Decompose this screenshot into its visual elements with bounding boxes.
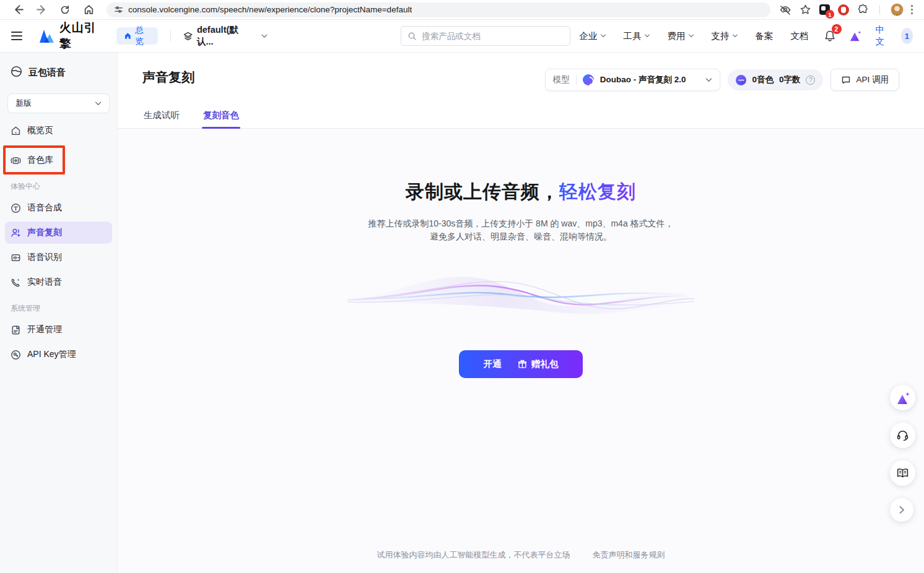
extension-badge: 1 bbox=[826, 10, 834, 19]
sidebar-item-label: 语音识别 bbox=[27, 252, 62, 263]
nav-menu-support[interactable]: 支持 bbox=[703, 30, 747, 42]
api-key-icon bbox=[11, 350, 21, 360]
sidebar-item-overview[interactable]: 概览页 bbox=[5, 119, 112, 142]
overview-button[interactable]: 总览 bbox=[116, 27, 158, 45]
activate-gift-button[interactable]: 开通 赠礼包 bbox=[459, 350, 583, 378]
sidebar-item-label: API Key管理 bbox=[27, 349, 76, 360]
api-call-button[interactable]: API 调用 bbox=[830, 69, 899, 91]
sidebar-section-experience: 体验中心 bbox=[0, 174, 117, 194]
sidebar-item-api-key[interactable]: API Key管理 bbox=[5, 343, 112, 366]
quota-pill[interactable]: 0音色 0字数 ? bbox=[728, 69, 823, 90]
sidebar-item-tts[interactable]: 语音合成 bbox=[5, 197, 112, 219]
nav-menu-tools[interactable]: 工具 bbox=[615, 30, 659, 42]
project-selector[interactable]: default(默认... bbox=[183, 24, 268, 48]
privacy-eye-icon[interactable] bbox=[779, 4, 791, 16]
ai-mountain-icon bbox=[896, 391, 910, 405]
notifications-button[interactable]: 2 bbox=[817, 30, 842, 42]
browser-extensions: 1 bbox=[779, 3, 904, 16]
browser-menu-icon[interactable] bbox=[906, 2, 918, 17]
version-dropdown[interactable]: 新版 bbox=[7, 93, 110, 113]
tab-clone-voice[interactable]: 复刻音色 bbox=[202, 103, 240, 128]
hero-title-main: 录制或上传音频， bbox=[406, 181, 559, 202]
quota-voices: 0音色 bbox=[752, 74, 774, 85]
headset-icon bbox=[896, 429, 909, 442]
sidebar-item-label: 概览页 bbox=[27, 125, 53, 136]
api-call-label: API 调用 bbox=[856, 74, 889, 85]
browser-toolbar: console.volcengine.com/speech/new/experi… bbox=[0, 0, 924, 20]
hero-subtitle: 推荐上传或录制10-30s音频，上传支持小于 8M 的 wav、mp3、m4a … bbox=[368, 217, 673, 243]
model-label: 模型 bbox=[553, 74, 570, 85]
speech-recognition-icon bbox=[11, 252, 21, 263]
address-bar[interactable]: console.volcengine.com/speech/new/experi… bbox=[107, 2, 770, 17]
hero-title-accent: 轻松复刻 bbox=[559, 181, 636, 202]
doubao-voice-icon bbox=[10, 65, 23, 80]
back-icon[interactable] bbox=[6, 2, 30, 18]
model-selector[interactable]: 模型 Doubao - 声音复刻 2.0 bbox=[545, 69, 721, 91]
footer: 试用体验内容均由人工智能模型生成，不代表平台立场 免责声明和服务规则 bbox=[377, 549, 665, 573]
extensions-puzzle-icon[interactable] bbox=[857, 4, 869, 15]
sidebar-item-voice-clone[interactable]: 声音复刻 bbox=[5, 222, 112, 244]
activation-doc-icon bbox=[11, 325, 21, 335]
ai-assistant-button[interactable] bbox=[890, 385, 915, 410]
volcengine-logo[interactable]: 火山引擎 bbox=[38, 20, 103, 52]
project-name: default(默认... bbox=[197, 24, 249, 48]
product-header: 豆包语音 bbox=[0, 62, 117, 80]
footer-links[interactable]: 免责声明和服务规则 bbox=[593, 549, 665, 561]
clone-content: 录制或上传音频，轻松复刻 推荐上传或录制10-30s音频，上传支持小于 8M 的… bbox=[118, 129, 924, 573]
sidebar-item-label: 声音复刻 bbox=[27, 227, 62, 238]
search-icon bbox=[408, 32, 417, 41]
profile-avatar[interactable] bbox=[891, 3, 904, 16]
menu-label: 文档 bbox=[791, 30, 809, 42]
hero-subtitle-line2: 避免多人对话、明显杂音、噪音、混响等情况。 bbox=[368, 230, 673, 243]
collapse-button[interactable] bbox=[890, 498, 913, 522]
nav-menu-docs[interactable]: 文档 bbox=[782, 30, 817, 42]
hero-subtitle-line1: 推荐上传或录制10-30s音频，上传支持小于 8M 的 wav、mp3、m4a … bbox=[368, 217, 673, 230]
voice-library-icon bbox=[11, 155, 21, 166]
nav-right-cluster: 企业 工具 费用 支持 备案 文档 2 bbox=[571, 24, 913, 48]
tab-bar: 生成试听 复刻音色 bbox=[118, 103, 924, 129]
help-icon[interactable]: ? bbox=[806, 75, 815, 85]
refresh-icon[interactable] bbox=[53, 2, 77, 18]
pill-divider bbox=[576, 75, 577, 85]
language-switcher[interactable]: 中文 bbox=[868, 24, 896, 48]
search-input[interactable] bbox=[422, 32, 564, 41]
site-settings-icon[interactable] bbox=[114, 5, 123, 14]
voice-clone-icon bbox=[11, 228, 21, 238]
extension-notes-icon[interactable]: 1 bbox=[819, 4, 830, 15]
console-topnav: 火山引擎 总览 default(默认... 企业 工具 费用 bbox=[0, 20, 924, 53]
url-text[interactable]: console.volcengine.com/speech/new/experi… bbox=[128, 5, 412, 14]
sidebar-item-realtime-voice[interactable]: 实时语音 bbox=[5, 271, 112, 293]
version-label: 新版 bbox=[15, 98, 32, 109]
sidebar-section-system: 系统管理 bbox=[0, 296, 117, 316]
docs-button[interactable] bbox=[890, 460, 915, 486]
overview-label: 总览 bbox=[136, 25, 150, 47]
footer-disclaimer: 试用体验内容均由人工智能模型生成，不代表平台立场 bbox=[377, 549, 570, 561]
floating-actions bbox=[890, 385, 915, 522]
adblock-extension-icon[interactable] bbox=[838, 4, 849, 15]
global-search[interactable] bbox=[401, 26, 570, 46]
tab-generate-preview[interactable]: 生成试听 bbox=[142, 103, 181, 128]
waveform-graphic bbox=[347, 268, 694, 327]
sidebar-item-voice-library[interactable]: 音色库 bbox=[5, 149, 112, 171]
sidebar-item-activation[interactable]: 开通管理 bbox=[5, 319, 112, 341]
home-icon[interactable] bbox=[77, 2, 100, 18]
sidebar-item-asr[interactable]: 语音识别 bbox=[5, 246, 112, 269]
bookmark-star-icon[interactable] bbox=[800, 4, 811, 15]
volcengine-logo-icon bbox=[38, 29, 55, 43]
nav-menu-billing[interactable]: 费用 bbox=[659, 30, 703, 42]
nav-menu-enterprise[interactable]: 企业 bbox=[571, 30, 615, 42]
account-avatar[interactable]: 1 bbox=[901, 28, 913, 44]
brand-name: 火山引擎 bbox=[59, 20, 103, 52]
chevron-right-icon bbox=[898, 506, 905, 514]
page-header: 声音复刻 模型 Doubao - 声音复刻 2.0 0音色 bbox=[118, 53, 924, 91]
nav-menu-icp[interactable]: 备案 bbox=[747, 30, 782, 42]
product-title: 豆包语音 bbox=[28, 67, 66, 79]
menu-label: 工具 bbox=[624, 30, 642, 42]
nav-hamburger-icon[interactable] bbox=[11, 32, 26, 40]
quota-wave-icon bbox=[736, 75, 746, 85]
page-title: 声音复刻 bbox=[142, 69, 194, 86]
support-button[interactable] bbox=[890, 423, 915, 448]
membership-mountain-icon[interactable] bbox=[842, 30, 868, 42]
sidebar-item-label: 语音合成 bbox=[27, 202, 62, 213]
forward-icon[interactable] bbox=[30, 2, 53, 18]
